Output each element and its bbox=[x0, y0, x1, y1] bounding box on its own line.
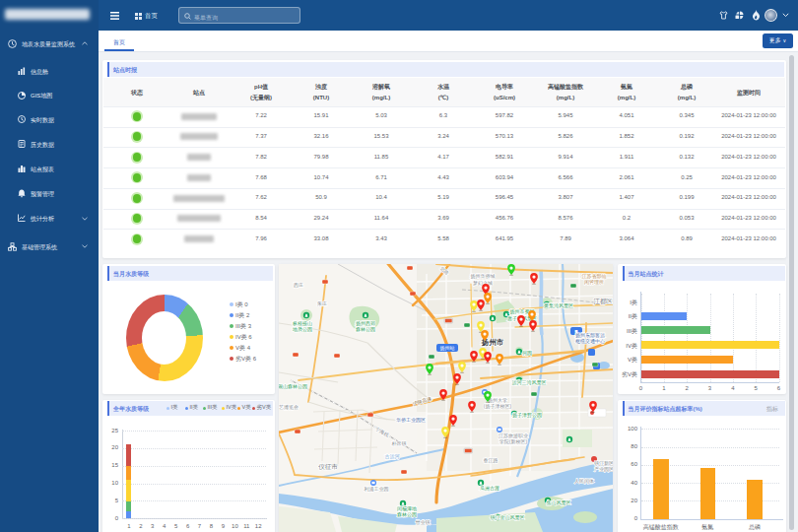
svg-text:森林公园: 森林公园 bbox=[397, 511, 417, 518]
svg-text:朴席镇: 朴席镇 bbox=[390, 440, 406, 446]
svg-text:西庄: 西庄 bbox=[294, 282, 303, 289]
svg-text:利涌工业园: 利涌工业园 bbox=[364, 486, 388, 493]
svg-text:人民闰体: 人民闰体 bbox=[574, 478, 594, 485]
svg-text:江都区: 江都区 bbox=[593, 298, 613, 305]
svg-text:学院(新校区): 学院(新校区) bbox=[499, 438, 527, 445]
svg-text:运河三湾风景区: 运河三湾风景区 bbox=[511, 379, 546, 386]
svg-text:地质公园: 地质公园 bbox=[292, 326, 312, 333]
svg-text:瓜洲古渡: 瓜洲古渡 bbox=[480, 485, 499, 492]
svg-text:焦山风景区: 焦山风景区 bbox=[546, 499, 570, 505]
svg-text:镇江金山风景区: 镇江金山风景区 bbox=[490, 514, 524, 521]
svg-text:(扬子津校区): (扬子津校区) bbox=[483, 403, 511, 410]
svg-text:扬州站: 扬州站 bbox=[439, 345, 454, 352]
svg-text:古运河: 古运河 bbox=[384, 453, 399, 460]
svg-text:产业园区: 产业园区 bbox=[594, 466, 614, 473]
svg-text:春江路: 春江路 bbox=[483, 457, 498, 464]
svg-text:扬子津野公园: 扬子津野公园 bbox=[512, 412, 542, 419]
svg-text:黄泵湾风景区: 黄泵湾风景区 bbox=[544, 302, 573, 309]
svg-text:森林公园: 森林公园 bbox=[356, 326, 375, 333]
svg-text:银山森林公园: 银山森林公园 bbox=[279, 383, 307, 390]
svg-text:丗业镇: 丗业镇 bbox=[415, 519, 430, 525]
svg-text:镇江新区: 镇江新区 bbox=[594, 460, 614, 467]
svg-text:仪征市: 仪征市 bbox=[318, 463, 338, 470]
svg-text:枢纽交通中心: 枢纽交通中心 bbox=[575, 338, 605, 344]
svg-text:何园: 何园 bbox=[522, 350, 532, 357]
svg-text:朱庄: 朱庄 bbox=[317, 300, 327, 306]
svg-text:闲管理所: 闲管理所 bbox=[584, 279, 604, 286]
svg-text:艺博览会: 艺博览会 bbox=[279, 404, 299, 411]
svg-text:华侨工业园区: 华侨工业园区 bbox=[396, 417, 426, 424]
